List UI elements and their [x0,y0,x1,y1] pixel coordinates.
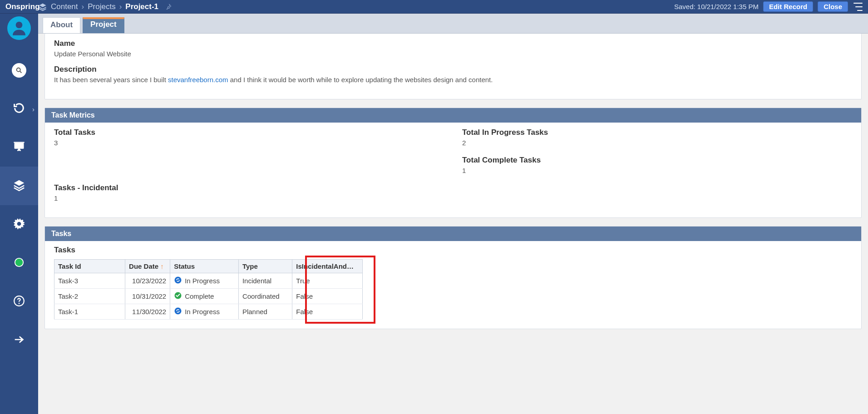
tab-project[interactable]: Project [83,17,124,33]
svg-point-9 [175,308,182,315]
app-topbar: Onspring Content › Projects › Project-1 … [0,0,868,14]
sidebar-history[interactable]: › [0,89,38,128]
chevron-right-icon: › [32,105,35,113]
description-text-prefix: It has been several years since I built [54,76,168,84]
breadcrumb-leaf: Project-1 [125,2,158,11]
panel-title-tasks: Tasks [45,227,861,241]
incidental-label: Tasks - Incidental [54,183,444,192]
panel-tasks: Tasks Tasks Task Id Due Date ↑ Status [44,226,862,329]
cell-isincidental: False [292,304,363,320]
presentation-icon [13,140,25,154]
cell-status: In Progress [170,304,239,320]
description-link[interactable]: stevanfreeborn.com [168,76,228,84]
svg-point-1 [17,68,20,71]
total-tasks-value: 3 [54,137,444,153]
table-header-row: Task Id Due Date ↑ Status Type IsInciden… [54,260,363,273]
check-circle-icon [174,291,182,301]
cell-type: Incidental [238,273,292,289]
cell-due-date: 11/30/2022 [125,304,170,320]
cell-status: In Progress [170,273,239,289]
pin-icon[interactable] [165,3,172,10]
cell-due-date: 10/31/2022 [125,289,170,304]
tasks-table: Task Id Due Date ↑ Status Type IsInciden… [54,259,363,320]
gear-icon [13,218,25,231]
left-sidebar: › [0,14,38,414]
incidental-value: 1 [54,192,444,208]
name-value: Update Personal Website [54,48,852,64]
description-value: It has been several years since I built … [54,74,852,90]
saved-timestamp: Saved: 10/21/2022 1:35 PM [674,3,759,10]
status-dot-icon [14,257,24,269]
sidebar-status[interactable] [0,244,38,282]
in-progress-label: Total In Progress Tasks [462,128,852,137]
panel-menu-icon[interactable] [853,0,863,13]
layers-icon [12,178,26,193]
panel-title-metrics: Task Metrics [45,108,861,123]
refresh-icon [174,276,182,286]
complete-label: Total Complete Tasks [462,156,852,165]
svg-point-0 [16,22,23,29]
refresh-icon [174,307,182,316]
main-content: About Project Name Update Personal Websi… [38,14,868,414]
app-logo-text: Onspring [0,2,38,11]
help-icon [13,295,25,308]
breadcrumb: Content › Projects › Project-1 [38,2,172,11]
breadcrumb-middle[interactable]: Projects [88,2,115,11]
panel-task-metrics: Task Metrics Total Tasks 3 Total In Prog… [44,108,862,218]
arrow-right-icon [13,333,25,347]
chevron-right-icon: › [82,2,84,11]
sidebar-presentation[interactable] [0,128,38,167]
layers-icon [38,2,47,11]
history-icon [13,102,25,116]
sidebar-content[interactable] [0,167,38,205]
cell-type: Planned [238,304,292,320]
cell-type: Coordinated [238,289,292,304]
col-due-date[interactable]: Due Date ↑ [125,260,170,273]
chevron-right-icon: › [119,2,122,11]
sidebar-search[interactable] [0,51,38,89]
table-row[interactable]: Task-111/30/2022In ProgressPlannedFalse [54,304,363,320]
sidebar-settings[interactable] [0,205,38,244]
col-task-id[interactable]: Task Id [54,260,125,273]
svg-point-6 [19,303,20,304]
record-tabs: About Project [38,14,868,34]
panel-general: Name Update Personal Website Description… [44,34,862,99]
sort-ascending-icon: ↑ [160,262,164,270]
cell-task-id: Task-1 [54,304,125,320]
table-row[interactable]: Task-210/31/2022CompleteCoordinatedFalse [54,289,363,304]
sidebar-help[interactable] [0,282,38,321]
col-isincidental[interactable]: IsIncidentalAnd… [292,260,363,273]
cell-due-date: 10/23/2022 [125,273,170,289]
avatar[interactable] [7,16,31,40]
col-type[interactable]: Type [238,260,292,273]
cell-task-id: Task-3 [54,273,125,289]
close-button[interactable]: Close [818,1,848,12]
cell-isincidental: True [292,273,363,289]
breadcrumb-root[interactable]: Content [51,2,78,11]
edit-record-button[interactable]: Edit Record [763,1,813,12]
description-text-suffix: and I think it would be worth while to e… [228,76,493,84]
in-progress-value: 2 [462,137,852,153]
cell-isincidental: False [292,289,363,304]
sidebar-next[interactable] [0,321,38,360]
total-tasks-label: Total Tasks [54,128,444,137]
svg-rect-3 [14,142,24,143]
cell-status: Complete [170,289,239,304]
table-row[interactable]: Task-310/23/2022In ProgressIncidentalTru… [54,273,363,289]
name-label: Name [54,39,852,48]
cell-task-id: Task-2 [54,289,125,304]
search-icon [12,63,26,78]
svg-point-7 [175,277,182,284]
tab-about[interactable]: About [43,17,80,33]
svg-point-4 [15,258,23,266]
description-label: Description [54,65,852,74]
complete-value: 1 [462,165,852,181]
col-status[interactable]: Status [170,260,239,273]
tasks-table-title: Tasks [54,246,852,255]
